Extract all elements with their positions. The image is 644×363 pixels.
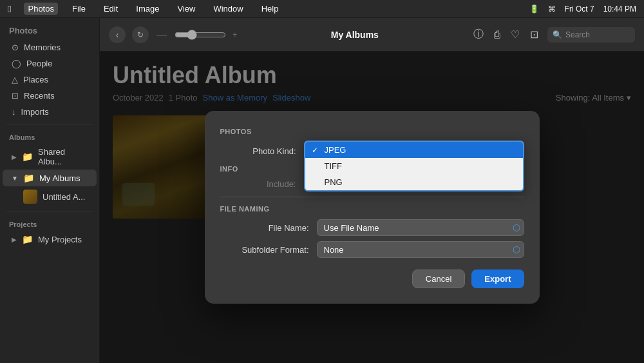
menu-bar:  Photos File Edit Image View Window Hel… [0, 0, 644, 18]
back-button[interactable]: ‹ [109, 26, 126, 43]
search-input[interactable] [565, 30, 630, 39]
subfolder-format-row: Subfolder Format: None ⬡ [220, 241, 524, 258]
file-name-row: File Name: Use File Name ⬡ [220, 219, 524, 236]
search-icon: 🔍 [553, 30, 562, 39]
menu-photos[interactable]: Photos [24, 3, 57, 15]
memories-icon: ⊙ [12, 43, 19, 52]
main-content: Untitled Album October 2022 1 Photo Show… [100, 52, 644, 363]
sidebar-item-label-imports: Imports [21, 107, 49, 117]
photos-section-header: Photos [220, 128, 524, 135]
cancel-button[interactable]: Cancel [412, 270, 465, 288]
dropdown-option-png[interactable]: PNG [305, 174, 523, 190]
share-button[interactable]: ⎙ [493, 28, 502, 42]
sidebar-item-label-recents: Recents [24, 91, 55, 101]
photo-kind-row: Photo Kind: JPEG ▾ ✓ JPEG [220, 142, 524, 160]
sidebar-item-imports[interactable]: ↓ Imports [3, 104, 97, 120]
wifi-icon: ⌘ [548, 5, 556, 14]
subfolder-select-wrapper: None ⬡ [317, 241, 524, 258]
dialog-buttons: Cancel Export [220, 270, 524, 288]
sidebar-photos-label: Photos [0, 23, 99, 39]
sidebar-item-label-memories: Memories [24, 43, 61, 52]
file-name-select[interactable]: Use File Name [317, 219, 524, 236]
file-naming-header: File Naming [220, 205, 524, 213]
export-dialog: Photos Photo Kind: JPEG ▾ [205, 111, 540, 304]
sidebar-item-places[interactable]: △ Places [3, 72, 97, 88]
subfolder-format-label: Subfolder Format: [220, 245, 317, 255]
app-body: Photos ⊙ Memories ◯ People △ Places ⊡ Re… [0, 18, 644, 363]
recents-icon: ⊡ [12, 91, 19, 101]
my-projects-icon: 📁 [22, 234, 33, 244]
dialog-overlay: Photos Photo Kind: JPEG ▾ [100, 52, 644, 363]
photo-kind-dropdown-container: JPEG ▾ ✓ JPEG T [304, 142, 524, 160]
places-icon: △ [12, 75, 18, 84]
dropdown-option-png-label: PNG [325, 177, 343, 187]
sidebar-item-label-people: People [26, 59, 52, 68]
search-box: 🔍 [547, 27, 635, 43]
photo-kind-dropdown-menu: ✓ JPEG TIFF PNG [304, 141, 524, 191]
albums-section-label: Albums [0, 128, 99, 144]
toolbar: ‹ ↻ — + My Albums ⓘ ⎙ ♡ ⊡ 🔍 [100, 18, 644, 52]
dropdown-option-jpeg-label: JPEG [325, 145, 346, 155]
rotate-cw-button[interactable]: ⊡ [529, 27, 540, 42]
file-name-label: File Name: [220, 223, 317, 233]
favorite-button[interactable]: ♡ [509, 27, 521, 42]
menu-edit[interactable]: Edit [100, 3, 122, 15]
menu-help[interactable]: Help [258, 3, 283, 15]
sidebar-divider-1 [6, 124, 93, 124]
sidebar-item-label-untitled: Untitled A... [43, 192, 85, 202]
export-button[interactable]: Export [471, 270, 524, 288]
subfolder-format-select[interactable]: None [317, 241, 524, 258]
dialog-separator [220, 197, 524, 197]
battery-icon: 🔋 [529, 5, 539, 14]
menu-view[interactable]: View [173, 3, 199, 15]
dropdown-option-jpeg[interactable]: ✓ JPEG [305, 142, 523, 158]
dropdown-option-tiff-label: TIFF [325, 161, 342, 171]
people-icon: ◯ [12, 59, 21, 68]
toolbar-right: ⓘ ⎙ ♡ ⊡ 🔍 [472, 26, 635, 43]
photo-kind-label: Photo Kind: [220, 146, 304, 156]
sidebar-item-label-my-albums: My Albums [39, 173, 80, 183]
projects-section-label: Projects [0, 215, 99, 231]
menu-image[interactable]: Image [132, 3, 163, 15]
imports-icon: ↓ [12, 107, 16, 117]
sidebar-item-label-my-projects: My Projects [38, 235, 82, 244]
sidebar-item-recents[interactable]: ⊡ Recents [3, 88, 97, 104]
rotate-button[interactable]: ↻ [132, 26, 149, 43]
include-location-label: Include: [220, 179, 304, 189]
my-albums-icon: 📁 [23, 173, 34, 183]
sidebar-item-untitled-album[interactable]: Untitled A... [3, 186, 97, 207]
sidebar-item-memories[interactable]: ⊙ Memories [3, 39, 97, 55]
info-button[interactable]: ⓘ [472, 26, 485, 43]
sidebar-item-shared-albums[interactable]: ▶ 📁 Shared Albu... [3, 144, 97, 170]
sidebar-divider-2 [6, 211, 93, 211]
file-name-select-wrapper: Use File Name ⬡ [317, 219, 524, 236]
toolbar-title: My Albums [244, 30, 466, 40]
checkmark-icon: ✓ [312, 146, 321, 155]
sidebar-item-label-shared-albums: Shared Albu... [38, 147, 88, 166]
zoom-slider[interactable] [175, 30, 226, 40]
dropdown-option-tiff[interactable]: TIFF [305, 158, 523, 174]
file-naming-section: File Naming File Name: Use File Name ⬡ [220, 205, 524, 258]
untitled-album-thumb [23, 190, 37, 204]
menu-right-area: 🔋 ⌘ Fri Oct 7 10:44 PM [529, 5, 636, 14]
sidebar-item-label-places: Places [23, 75, 48, 84]
sidebar-item-people[interactable]: ◯ People [3, 55, 97, 72]
zoom-slider-container [175, 30, 226, 40]
date-display: Fri Oct 7 [565, 5, 594, 14]
shared-albums-icon: 📁 [22, 152, 33, 162]
sidebar-item-my-albums[interactable]: ▼ 📁 My Albums [3, 170, 97, 186]
apple-logo:  [8, 3, 11, 14]
sidebar-item-my-projects[interactable]: ▶ 📁 My Projects [3, 231, 97, 248]
menu-file[interactable]: File [68, 3, 90, 15]
time-display: 10:44 PM [603, 5, 636, 14]
menu-window[interactable]: Window [209, 3, 247, 15]
sidebar: Photos ⊙ Memories ◯ People △ Places ⊡ Re… [0, 18, 100, 363]
main-area: ‹ ↻ — + My Albums ⓘ ⎙ ♡ ⊡ 🔍 [100, 18, 644, 363]
